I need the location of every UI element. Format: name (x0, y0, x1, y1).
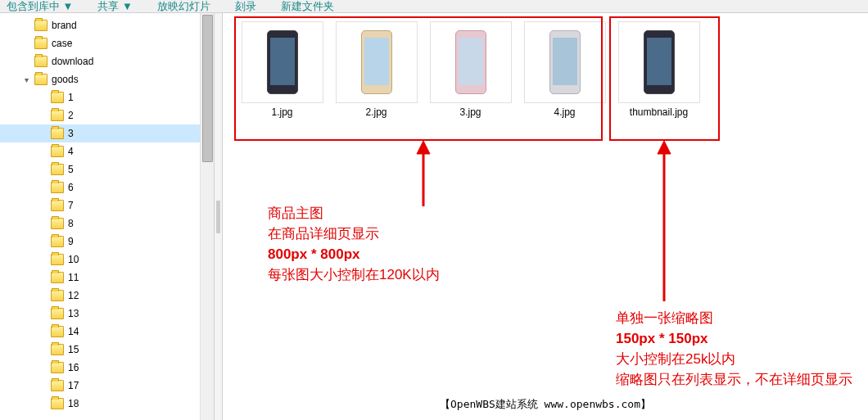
sidebar-scrollbar[interactable] (200, 13, 214, 420)
splitter[interactable] (215, 13, 223, 420)
thumbnails-row: 1.jpg2.jpg3.jpg4.jpgthumbnail.jpg (239, 21, 702, 118)
tree-item-9[interactable]: 9 (0, 233, 214, 251)
tree-item-label: 11 (68, 272, 79, 283)
tree-item-download[interactable]: download (0, 52, 214, 70)
anno-text: 每张图大小控制在120K以内 (268, 264, 440, 285)
thumbnail-image (336, 21, 418, 103)
tree-item-3[interactable]: 3 (0, 124, 214, 142)
tree-item-15[interactable]: 15 (0, 341, 214, 359)
tree-item-label: 7 (68, 200, 74, 211)
tree-item-16[interactable]: 16 (0, 359, 214, 377)
tree-item-5[interactable]: 5 (0, 160, 214, 178)
file-thumb-2.jpg[interactable]: 2.jpg (333, 21, 419, 118)
tree-item-label: 5 (68, 164, 74, 175)
folder-icon (51, 218, 64, 229)
annotation-main-images: 商品主图 在商品详细页显示 800px * 800px 每张图大小控制在120K… (268, 203, 440, 285)
toolbar-include[interactable]: 包含到库中 ▼ (7, 0, 73, 14)
tree-item-label: 8 (68, 218, 74, 229)
toolbar-burn[interactable]: 刻录 (235, 0, 256, 14)
folder-icon (51, 272, 64, 283)
tree-item-label: 2 (68, 110, 74, 121)
tree-item-11[interactable]: 11 (0, 269, 214, 287)
tree-item-goods[interactable]: ▾goods (0, 70, 214, 88)
folder-icon (51, 92, 64, 103)
tree-item-6[interactable]: 6 (0, 178, 214, 196)
folder-icon (51, 146, 64, 157)
folder-icon (51, 290, 64, 301)
file-name-label: 3.jpg (427, 106, 513, 118)
main-area: brandcasedownload▾goods12345678910111213… (0, 13, 868, 420)
tree-item-1[interactable]: 1 (0, 88, 214, 106)
tree-item-label: 9 (68, 236, 74, 247)
folder-icon (51, 164, 64, 175)
thumbnail-image (430, 21, 512, 103)
file-thumb-4.jpg[interactable]: 4.jpg (522, 21, 608, 118)
anno-text: 在商品详细页显示 (268, 224, 440, 244)
tree-item-label: 3 (68, 128, 74, 139)
phone-icon (644, 30, 675, 94)
tree-item-7[interactable]: 7 (0, 196, 214, 215)
tree-item-13[interactable]: 13 (0, 305, 214, 323)
thumbnail-image (618, 21, 700, 103)
folder-icon (51, 398, 64, 409)
file-thumb-1.jpg[interactable]: 1.jpg (239, 21, 325, 118)
tree-item-brand[interactable]: brand (0, 16, 214, 34)
tree-item-label: 13 (68, 308, 79, 319)
anno-text: 800px * 800px (268, 244, 440, 264)
thumbnail-image (242, 21, 323, 103)
svg-marker-1 (417, 141, 430, 154)
tree-item-14[interactable]: 14 (0, 323, 214, 341)
folder-icon (51, 308, 64, 319)
tree-item-label: 16 (68, 362, 79, 373)
tree-item-12[interactable]: 12 (0, 287, 214, 305)
tree-item-label: goods (52, 74, 79, 85)
folder-icon (51, 182, 64, 193)
scrollbar-thumb[interactable] (202, 15, 213, 162)
file-name-label: 4.jpg (522, 106, 608, 118)
tree-item-17[interactable]: 17 (0, 377, 214, 395)
tree-item-18[interactable]: 18 (0, 395, 214, 413)
file-name-label: 2.jpg (333, 106, 419, 118)
anno-text: 单独一张缩略图 (616, 308, 852, 328)
arrow-icon (411, 141, 436, 210)
tree-item-label: brand (52, 20, 77, 31)
thumbnail-image (524, 21, 606, 103)
folder-icon (51, 236, 64, 247)
tree-item-2[interactable]: 2 (0, 106, 214, 124)
expand-arrow-icon[interactable]: ▾ (25, 75, 34, 84)
phone-icon (455, 30, 486, 94)
folder-tree[interactable]: brandcasedownload▾goods12345678910111213… (0, 16, 214, 413)
toolbar-slideshow[interactable]: 放映幻灯片 (157, 0, 210, 14)
tree-item-4[interactable]: 4 (0, 142, 214, 160)
tree-item-label: 4 (68, 146, 74, 157)
tree-item-label: 6 (68, 182, 74, 193)
folder-icon (51, 128, 64, 139)
folder-icon (34, 20, 47, 31)
annotation-thumbnail: 单独一张缩略图 150px * 150px 大小控制在25k以内 缩略图只在列表… (616, 308, 852, 390)
phone-icon (549, 30, 581, 94)
tree-item-label: 14 (68, 326, 79, 337)
toolbar-newfolder[interactable]: 新建文件夹 (281, 0, 334, 14)
folder-tree-panel: brandcasedownload▾goods12345678910111213… (0, 13, 215, 420)
tree-item-10[interactable]: 10 (0, 251, 214, 269)
footer-text: 【OpenWBS建站系统 www.openwbs.com】 (440, 397, 651, 412)
tree-item-8[interactable]: 8 (0, 215, 214, 233)
folder-icon (51, 326, 64, 337)
anno-text: 150px * 150px (616, 328, 852, 349)
toolbar-share[interactable]: 共享 ▼ (97, 0, 132, 14)
file-thumb-3.jpg[interactable]: 3.jpg (427, 21, 513, 118)
anno-text: 大小控制在25k以内 (616, 349, 852, 369)
explorer-toolbar: 包含到库中 ▼ 共享 ▼ 放映幻灯片 刻录 新建文件夹 (0, 0, 868, 13)
file-thumb-thumbnail.jpg[interactable]: thumbnail.jpg (616, 21, 702, 118)
folder-icon (51, 362, 64, 373)
tree-item-label: 1 (68, 92, 74, 103)
tree-item-label: 15 (68, 344, 79, 355)
svg-marker-3 (658, 141, 671, 154)
anno-text: 商品主图 (268, 203, 440, 224)
folder-icon (51, 200, 64, 211)
tree-item-case[interactable]: case (0, 34, 214, 52)
phone-icon (267, 30, 298, 94)
tree-item-label: 10 (68, 254, 79, 265)
phone-icon (361, 30, 392, 94)
folder-icon (34, 74, 47, 85)
